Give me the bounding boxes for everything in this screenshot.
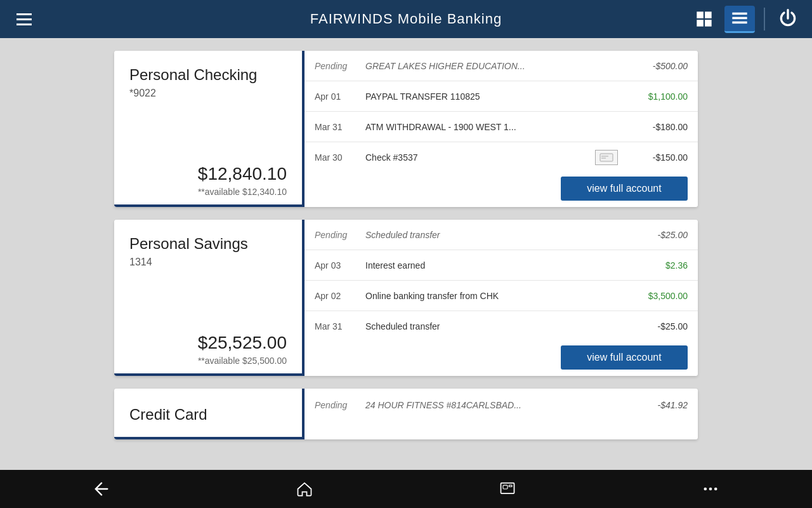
view-full-account-button[interactable]: view full account [561,345,688,370]
tx-amount: -$500.00 [624,61,688,71]
svg-rect-4 [732,12,747,15]
table-row: Mar 31ATM WITHDRAWAL - 1900 WEST 1...-$1… [304,112,698,142]
svg-rect-3 [705,20,712,26]
svg-rect-12 [509,485,512,486]
recents-button[interactable] [480,474,535,504]
tx-description: PAYPAL TRANSFER 110825 [359,91,624,102]
tx-date: Mar 31 [315,321,359,331]
tx-description: GREAT LAKES HIGHER EDUCATION... [359,61,624,71]
tx-amount: $1,100.00 [624,91,688,102]
view-full-account-button[interactable]: view full account [561,177,688,201]
table-row: Mar 31Scheduled transfer-$25.00 [304,311,698,342]
account-card-credit-card: Credit CardPending24 HOUR FITNESS #814CA… [114,389,698,439]
tx-description: ATM WITHDRAWAL - 1900 WEST 1... [359,122,624,132]
transaction-list: PendingGREAT LAKES HIGHER EDUCATION...-$… [304,51,698,173]
back-icon [93,480,110,498]
table-row: PendingGREAT LAKES HIGHER EDUCATION...-$… [304,51,698,81]
account-available: **available $25,500.00 [129,356,287,366]
home-button[interactable] [277,474,332,504]
recents-icon [499,480,516,498]
tx-description: 24 HOUR FITNESS #814CARLSBAD... [359,400,624,410]
account-name: Personal Checking [129,66,287,84]
hamburger-icon [16,13,32,25]
svg-rect-5 [732,17,747,19]
header-divider [764,8,765,30]
account-info-personal-checking: Personal Checking*9022$12,840.10**availa… [114,51,304,207]
list-icon [731,10,749,27]
tx-amount: -$180.00 [624,122,688,132]
tx-amount: -$25.00 [624,321,688,331]
tx-amount: -$25.00 [624,230,688,240]
tx-date: Pending [315,61,359,71]
main-content: Personal Checking*9022$12,840.10**availa… [0,38,812,470]
tx-description: Interest earned [359,260,624,271]
svg-rect-7 [600,154,613,161]
table-row: Apr 03Interest earned$2.36 [304,250,698,281]
table-row: Apr 02Online banking transfer from CHK$3… [304,281,698,311]
tx-description: Check #3537 [359,152,595,163]
account-number: *9022 [129,88,287,99]
svg-rect-6 [732,21,747,23]
svg-rect-0 [697,11,704,18]
grid-icon [695,10,713,28]
svg-point-13 [704,488,707,491]
tx-date: Apr 03 [315,260,359,271]
transactions-panel-personal-savings: PendingScheduled transfer-$25.00Apr 03In… [304,220,698,376]
more-options-button[interactable] [683,474,738,504]
tx-amount: $3,500.00 [624,291,688,301]
tx-amount: -$41.92 [624,400,688,410]
account-name: Credit Card [129,406,287,424]
grid-view-button[interactable] [689,6,719,32]
transactions-panel-credit-card: Pending24 HOUR FITNESS #814CARLSBAD...-$… [304,389,698,439]
tx-date: Pending [315,230,359,240]
more-icon [702,480,719,498]
bottom-navigation [0,470,812,508]
transaction-list: Pending24 HOUR FITNESS #814CARLSBAD...-$… [304,389,698,422]
account-card-personal-savings: Personal Savings1314$25,525.00**availabl… [114,220,698,376]
table-row: Apr 01PAYPAL TRANSFER 110825$1,100.00 [304,81,698,112]
tx-date: Apr 02 [315,291,359,301]
account-card-personal-checking: Personal Checking*9022$12,840.10**availa… [114,51,698,207]
tx-date: Pending [315,400,359,410]
back-button[interactable] [74,474,129,504]
account-balance: $25,525.00 [129,333,287,353]
power-icon [778,8,798,29]
account-info-personal-savings: Personal Savings1314$25,525.00**availabl… [114,220,304,376]
svg-rect-2 [697,20,704,26]
account-number: 1314 [129,257,287,268]
transactions-and-btn: PendingScheduled transfer-$25.00Apr 03In… [304,220,698,376]
header-left [10,10,38,29]
header-right [689,4,802,34]
transactions-and-btn: Pending24 HOUR FITNESS #814CARLSBAD...-$… [304,389,698,439]
tx-date: Mar 31 [315,122,359,132]
transaction-list: PendingScheduled transfer-$25.00Apr 03In… [304,220,698,342]
tx-amount: $2.36 [624,260,688,271]
tx-description: Online banking transfer from CHK [359,291,624,301]
account-balance: $12,840.10 [129,164,287,184]
transactions-and-btn: PendingGREAT LAKES HIGHER EDUCATION...-$… [304,51,698,207]
tx-date: Mar 30 [315,152,359,163]
svg-point-15 [714,488,717,491]
tx-description: Scheduled transfer [359,321,624,331]
check-image-icon [595,150,618,165]
table-row: Mar 30Check #3537 -$150.00 [304,142,698,173]
app-title: FAIRWINDS Mobile Banking [310,11,502,27]
account-info-credit-card: Credit Card [114,389,304,439]
hamburger-menu-button[interactable] [10,10,38,29]
svg-point-14 [709,488,712,491]
svg-rect-11 [503,485,508,489]
app-header: FAIRWINDS Mobile Banking [0,0,812,38]
account-name: Personal Savings [129,235,287,253]
power-button[interactable] [774,4,802,34]
transactions-panel-personal-checking: PendingGREAT LAKES HIGHER EDUCATION...-$… [304,51,698,207]
tx-description: Scheduled transfer [359,230,624,240]
home-icon [296,480,313,498]
table-row: Pending24 HOUR FITNESS #814CARLSBAD...-$… [304,389,698,422]
svg-rect-1 [705,11,712,18]
tx-date: Apr 01 [315,91,359,102]
account-available: **available $12,340.10 [129,187,287,197]
list-view-button[interactable] [724,6,755,33]
table-row: PendingScheduled transfer-$25.00 [304,220,698,250]
tx-amount: -$150.00 [624,152,688,163]
